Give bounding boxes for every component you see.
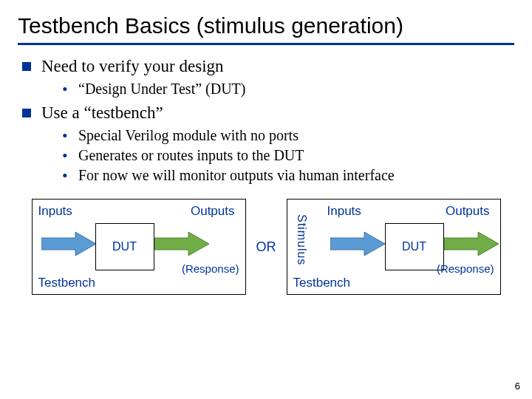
or-label: OR — [256, 239, 276, 255]
dut-box-right: DUT — [385, 223, 444, 270]
svg-marker-3 — [444, 232, 499, 256]
outputs-label-left: Outputs — [191, 204, 235, 219]
svg-marker-2 — [330, 232, 385, 256]
testbench-label-right: Testbench — [293, 276, 351, 290]
bullet-1: Need to verify your design “Design Under… — [22, 57, 514, 99]
bullet-2-text: Use a “testbench” — [41, 103, 163, 122]
output-arrow-icon-right — [444, 231, 499, 257]
dut-box-left: DUT — [95, 223, 154, 270]
bullet-1-sublist: “Design Under Test” (DUT) — [41, 79, 514, 99]
bullet-2-sub-1: Special Verilog module with no ports — [62, 126, 514, 146]
input-arrow-icon-right — [330, 231, 385, 257]
testbench-box-right: Stimulus Inputs Outputs DUT (Response) T… — [287, 199, 501, 295]
bullet-list: Need to verify your design “Design Under… — [18, 57, 514, 185]
inputs-label-left: Inputs — [38, 204, 72, 219]
svg-marker-0 — [41, 232, 96, 256]
bullet-2-sub-2: Generates or routes inputs to the DUT — [62, 146, 514, 166]
page-number: 6 — [515, 381, 520, 392]
dut-label-right: DUT — [402, 240, 426, 253]
response-label-left: (Response) — [182, 262, 239, 275]
testbench-label-left: Testbench — [38, 276, 96, 290]
stimulus-label: Stimulus — [295, 214, 308, 265]
svg-marker-1 — [154, 232, 209, 256]
output-arrow-icon-left — [154, 231, 209, 257]
inputs-label-right: Inputs — [327, 204, 361, 219]
testbench-box-left: Inputs Outputs DUT (Response) Testbench — [32, 199, 246, 295]
bullet-1-sub-1: “Design Under Test” (DUT) — [62, 79, 514, 99]
dut-label-left: DUT — [112, 240, 137, 253]
outputs-label-right: Outputs — [446, 204, 490, 219]
diagram-row: Inputs Outputs DUT (Response) Testbench … — [18, 199, 514, 295]
response-label-right: (Response) — [437, 262, 494, 275]
bullet-2: Use a “testbench” Special Verilog module… — [22, 103, 514, 185]
bullet-2-sublist: Special Verilog module with no ports Gen… — [41, 126, 514, 185]
input-arrow-icon-left — [41, 231, 96, 257]
bullet-2-sub-3: For now we will monitor outputs via huma… — [62, 166, 514, 185]
slide-title: Testbench Basics (stimulus generation) — [18, 13, 514, 45]
bullet-1-text: Need to verify your design — [41, 57, 224, 75]
